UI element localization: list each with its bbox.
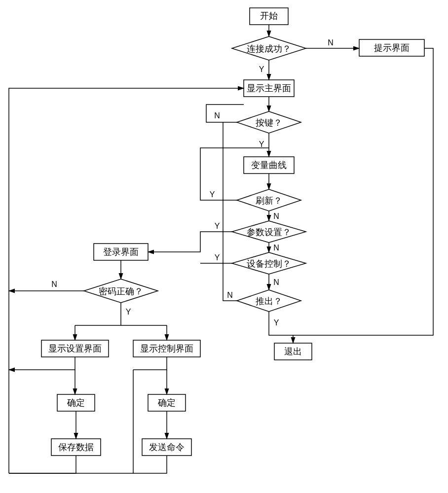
edge-send-leftbus xyxy=(133,456,167,473)
label-show-set-ui: 显示设置界面 xyxy=(48,344,102,353)
label-login-ui: 登录界面 xyxy=(103,247,139,257)
label-show-ctrl-ui: 显示控制界面 xyxy=(140,344,193,353)
label-connect-ok: 连接成功？ xyxy=(247,44,291,54)
label-start: 开始 xyxy=(260,11,278,21)
label-key-press: 按键？ xyxy=(256,118,282,128)
lbl-key-n: N xyxy=(214,111,220,120)
lbl-exitq-y: Y xyxy=(274,318,279,327)
edge-param-y xyxy=(148,232,232,252)
label-save-data: 保存数据 xyxy=(58,442,94,452)
lbl-dev-y: Y xyxy=(215,253,220,262)
lbl-refresh-y: Y xyxy=(210,190,215,199)
lbl-param-n: N xyxy=(273,244,279,252)
label-dev-ctrl: 设备控制？ xyxy=(247,259,291,269)
label-pw-ok: 密码正确？ xyxy=(99,286,143,296)
edge-exitq-n xyxy=(223,122,237,301)
label-refresh: 刷新？ xyxy=(256,196,282,206)
label-confirm1: 确定 xyxy=(67,398,85,408)
label-main-ui: 显示主界面 xyxy=(247,83,291,93)
label-prompt-ui: 提示界面 xyxy=(374,43,410,53)
label-exit-q: 推出？ xyxy=(256,296,282,306)
lbl-refresh-n: N xyxy=(273,212,279,220)
lbl-dev-n: N xyxy=(273,278,279,286)
edge-key-n xyxy=(206,105,244,122)
label-exit: 退出 xyxy=(284,347,302,356)
label-var-curve: 变量曲线 xyxy=(251,160,287,170)
edge-exitq-y xyxy=(269,312,293,335)
label-send-cmd: 发送命令 xyxy=(149,442,185,452)
edge-ctrlui-branch xyxy=(133,357,167,370)
label-confirm2: 确定 xyxy=(157,398,176,408)
lbl-pw-y: Y xyxy=(126,308,131,316)
label-param-set: 参数设置？ xyxy=(247,227,291,237)
lbl-connect-y: Y xyxy=(259,65,264,73)
lbl-pw-n: N xyxy=(51,280,57,288)
edge-setui-left xyxy=(9,357,75,370)
edge-ctrlui-leftbus xyxy=(9,370,133,473)
lbl-connect-n: N xyxy=(328,38,334,47)
edge-prompt-exit xyxy=(293,48,433,343)
lbl-exitq-n: N xyxy=(227,291,233,299)
lbl-param-y: Y xyxy=(215,222,220,230)
lbl-key-y: Y xyxy=(259,140,264,148)
edge-save-leftbus xyxy=(9,456,76,473)
